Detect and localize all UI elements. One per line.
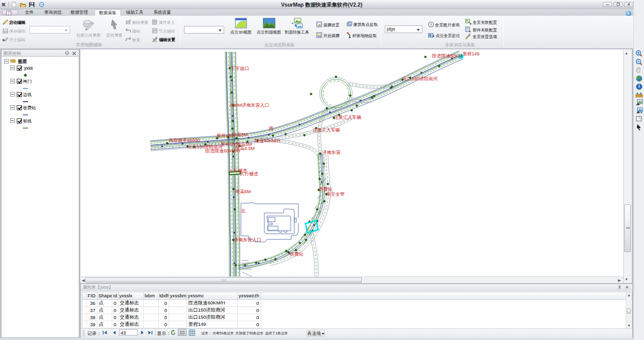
svg-text:里程150: 里程150 [217, 133, 233, 138]
svg-text:限高4.5M: 限高4.5M [235, 146, 255, 151]
svg-text:济南东营入口: 济南东营入口 [234, 237, 261, 242]
svg-text:限高6M: 限高6M [235, 189, 251, 194]
svg-text:济南东营: 济南东营 [322, 150, 341, 155]
svg-text:收费站: 收费站 [290, 252, 303, 257]
svg-text:匝道限速60KM: 匝道限速60KM [432, 53, 463, 58]
svg-text:系安全带: 系安全带 [326, 192, 345, 197]
svg-text:收费站: 收费站 [319, 187, 332, 192]
svg-text:北: 北 [241, 208, 246, 213]
svg-text:限速40KM/H: 限速40KM/H [255, 138, 281, 143]
svg-text:路政服务96660: 路政服务96660 [169, 138, 200, 143]
svg-text:里程149: 里程149 [463, 51, 479, 56]
svg-text:限高5M: 限高5M [232, 132, 248, 137]
svg-text:人行横道: 人行横道 [240, 171, 258, 176]
svg-text:800M济南东营入口: 800M济南东营入口 [230, 103, 269, 108]
svg-text:注意汇入车辆: 注意汇入车辆 [334, 115, 361, 120]
svg-text:丁字路口: 丁字路口 [231, 66, 249, 71]
svg-text:注意汇入车辆: 注意汇入车辆 [313, 128, 340, 133]
svg-text:出口150济阳商河: 出口150济阳商河 [403, 76, 438, 81]
svg-text:西: 西 [269, 126, 273, 131]
